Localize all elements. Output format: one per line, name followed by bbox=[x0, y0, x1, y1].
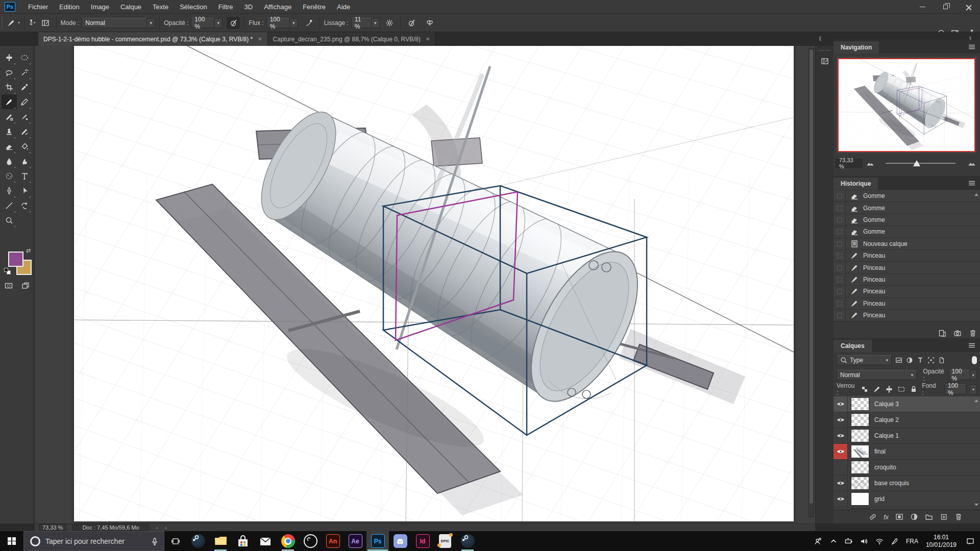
zoom-out-icon[interactable] bbox=[866, 159, 874, 167]
type-tool[interactable] bbox=[17, 168, 32, 183]
brush-tool[interactable] bbox=[2, 94, 17, 109]
move-tool[interactable] bbox=[2, 50, 17, 65]
tab-close-icon[interactable]: ✕ bbox=[426, 36, 430, 42]
layer-row-calque-2[interactable]: Calque 2 bbox=[834, 412, 980, 428]
history-source-checkbox[interactable] bbox=[834, 298, 846, 309]
history-entry[interactable]: Pinceau bbox=[834, 250, 980, 262]
restore-button[interactable] bbox=[934, 0, 957, 14]
path-selection-tool[interactable] bbox=[17, 183, 32, 198]
chevron-down-icon[interactable]: ▾ bbox=[970, 384, 977, 394]
close-button[interactable] bbox=[957, 0, 980, 14]
taskbar-app-photoshop[interactable]: Ps bbox=[366, 531, 389, 551]
document-tab-active[interactable]: DPS-1-2-1-démo hubble - commencement.psd… bbox=[38, 32, 268, 46]
line-tool[interactable] bbox=[2, 198, 17, 213]
brush-size-preview[interactable]: 4 bbox=[30, 19, 33, 27]
canvas-area[interactable] bbox=[35, 46, 815, 523]
menu-item-3d[interactable]: 3D bbox=[239, 0, 259, 14]
document-tab-inactive[interactable]: Capture_decran_235.png @ 88,7% (Calque 0… bbox=[268, 32, 436, 46]
history-entry[interactable]: Gomme bbox=[834, 190, 980, 202]
microphone-icon[interactable] bbox=[151, 537, 159, 545]
new-adjustment-layer-icon[interactable] bbox=[910, 513, 918, 521]
screen-mode-icon[interactable] bbox=[21, 282, 30, 290]
panel-menu-icon[interactable] bbox=[968, 341, 976, 349]
scroll-up-icon[interactable] bbox=[974, 193, 978, 196]
taskbar-app-steam[interactable] bbox=[187, 531, 209, 551]
art-history-brush-tool[interactable] bbox=[17, 124, 32, 139]
history-entry[interactable]: Gomme bbox=[834, 202, 980, 214]
navigator-view-box[interactable] bbox=[838, 58, 975, 152]
layer-thumbnail[interactable] bbox=[851, 477, 869, 490]
taskbar-app-store[interactable] bbox=[232, 531, 254, 551]
menu-item-s-lection[interactable]: Sélection bbox=[174, 0, 212, 14]
add-layer-mask-icon[interactable] bbox=[895, 513, 903, 521]
taskbar-app-steam-2[interactable] bbox=[456, 531, 479, 551]
show-hidden-icons-chevron[interactable] bbox=[826, 531, 841, 551]
status-doc-info[interactable]: Doc : 7,45 Mo/59,6 Mo bbox=[72, 524, 149, 531]
menu-item-calque[interactable]: Calque bbox=[115, 0, 147, 14]
default-colors-icon[interactable] bbox=[4, 268, 11, 274]
lock-artboard-icon[interactable] bbox=[897, 385, 905, 393]
magic-wand-tool[interactable] bbox=[17, 65, 32, 80]
delete-state-trash-icon[interactable] bbox=[969, 329, 977, 337]
tab-layers[interactable]: Calques bbox=[834, 340, 872, 352]
swap-colors-icon[interactable]: ⇄ bbox=[26, 247, 31, 254]
navigator-zoom-field[interactable]: 73,33 % bbox=[836, 159, 862, 168]
document-canvas[interactable] bbox=[74, 46, 794, 521]
sponge-tool[interactable] bbox=[2, 168, 17, 183]
layer-thumbnail[interactable] bbox=[851, 492, 869, 506]
filter-shape-layers-icon[interactable] bbox=[927, 357, 935, 364]
lasso-tool[interactable] bbox=[2, 65, 17, 80]
layer-visibility-eye-icon[interactable] bbox=[834, 428, 848, 443]
zoom-tool[interactable] bbox=[2, 213, 17, 228]
lock-all-icon[interactable] bbox=[910, 385, 918, 393]
lock-paint-icon[interactable] bbox=[873, 385, 881, 393]
zoom-in-icon[interactable] bbox=[967, 159, 977, 167]
layer-style-fx-icon[interactable]: fx bbox=[884, 513, 889, 521]
history-source-checkbox[interactable] bbox=[834, 310, 846, 321]
layer-blend-mode-select[interactable]: Normal ▾ bbox=[837, 370, 917, 380]
lock-transparency-icon[interactable] bbox=[861, 385, 869, 393]
foreground-color-swatch[interactable] bbox=[8, 252, 23, 267]
layer-thumbnail[interactable] bbox=[851, 397, 869, 411]
taskbar-app-epic-games[interactable]: EPIC bbox=[434, 531, 456, 551]
history-source-checkbox[interactable] bbox=[834, 274, 846, 285]
history-source-checkbox[interactable] bbox=[834, 262, 846, 273]
status-collapse-icon[interactable]: ‹ bbox=[165, 525, 166, 531]
chevron-down-icon[interactable]: ▾ bbox=[147, 18, 155, 28]
layer-row-calque-3[interactable]: Calque 3 bbox=[834, 396, 980, 412]
scroll-down-icon[interactable] bbox=[974, 504, 978, 506]
history-entry[interactable]: Nouveau calque bbox=[834, 238, 980, 250]
history-source-checkbox[interactable] bbox=[834, 250, 846, 261]
flow-field[interactable]: 100 % bbox=[266, 18, 290, 28]
smudge-tool[interactable] bbox=[17, 154, 32, 168]
layer-visibility-empty[interactable] bbox=[834, 460, 848, 475]
vertical-scrollbar[interactable] bbox=[808, 48, 814, 517]
pencil-tool[interactable] bbox=[17, 94, 32, 109]
layer-row-croquito[interactable]: croquito bbox=[834, 460, 980, 475]
history-entry[interactable]: Pinceau bbox=[834, 286, 980, 297]
new-group-folder-icon[interactable] bbox=[925, 513, 933, 521]
history-entry[interactable]: Pinceau bbox=[834, 262, 980, 273]
task-view-button[interactable] bbox=[164, 531, 187, 551]
menu-item-fen-tre[interactable]: Fenêtre bbox=[297, 0, 331, 14]
filter-smart-objects-icon[interactable] bbox=[938, 357, 945, 364]
pressure-opacity-icon[interactable] bbox=[227, 17, 240, 29]
history-entry[interactable]: Pinceau bbox=[834, 310, 980, 321]
volume-icon[interactable] bbox=[856, 531, 872, 551]
paint-bucket-tool[interactable] bbox=[17, 139, 32, 154]
blend-mode-select[interactable]: Normal bbox=[82, 18, 147, 28]
battery-icon[interactable] bbox=[841, 531, 856, 551]
scrollbar-thumb[interactable] bbox=[810, 49, 813, 504]
menu-item-aide[interactable]: Aide bbox=[331, 0, 356, 14]
eyedropper-tool[interactable] bbox=[17, 80, 32, 94]
panel-menu-icon[interactable] bbox=[968, 179, 976, 187]
layer-filter-type-select[interactable]: Type ▾ bbox=[837, 355, 892, 365]
people-icon[interactable] bbox=[811, 531, 826, 551]
opacity-field[interactable]: 100 % bbox=[191, 18, 214, 28]
menu-item-affichage[interactable]: Affichage bbox=[258, 0, 297, 14]
crop-tool[interactable] bbox=[2, 80, 17, 94]
history-entry[interactable]: Pinceau bbox=[834, 274, 980, 286]
color-replacement-tool[interactable] bbox=[2, 109, 17, 124]
link-layers-icon[interactable] bbox=[869, 513, 877, 521]
layer-opacity-field[interactable]: 100 % bbox=[949, 370, 970, 380]
